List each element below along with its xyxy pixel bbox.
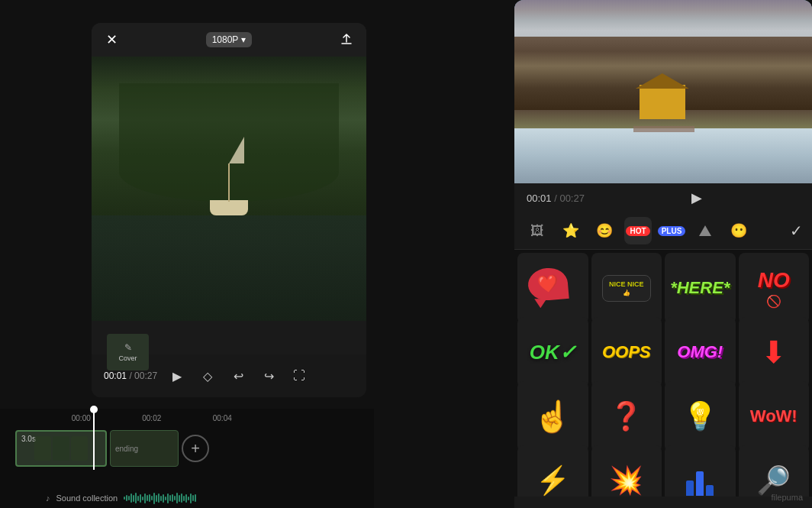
tab-face[interactable]: 😶: [725, 217, 752, 244]
resolution-selector[interactable]: 1080P ▾: [206, 32, 253, 47]
sticker-wow[interactable]: WoW!: [739, 381, 810, 452]
explosion-emoji: 💥: [609, 464, 643, 497]
filepuma-watermark: filepuma: [771, 493, 803, 502]
upload-button[interactable]: [336, 29, 357, 50]
sticker-no[interactable]: NO 🚫: [739, 253, 810, 324]
tab-plus[interactable]: PLUS: [658, 217, 685, 244]
omg-text: OMG!: [677, 342, 723, 362]
cover-label: Cover: [118, 354, 137, 362]
yellow-house: [640, 85, 685, 119]
preview-image: [514, 0, 812, 183]
sticker-lightning[interactable]: ⚡: [517, 445, 588, 497]
current-time: 00:01: [104, 370, 127, 381]
fullscreen-button[interactable]: ⛶: [288, 365, 310, 387]
waveform: [124, 492, 328, 504]
dock: [633, 126, 694, 132]
sticker-toolbar: 🖼 ⭐ 😊 HOT PLUS 😶 ✓: [514, 212, 812, 250]
sticker-omg[interactable]: OMG!: [665, 317, 736, 388]
right-panel: 00:01 / 00:27 ▶ 🖼 ⭐ 😊 HOT PLUS 😶 ✓ ❤️: [514, 0, 812, 508]
close-button[interactable]: ✕: [101, 29, 122, 50]
triangle-icon: [699, 225, 711, 236]
sticker-ok[interactable]: OK✓: [517, 317, 588, 388]
sticker-bar-chart[interactable]: [665, 445, 736, 497]
tab-image[interactable]: 🖼: [524, 217, 551, 244]
preview-total-time: 00:27: [559, 193, 585, 204]
magnifier-emoji: 🔍: [756, 464, 791, 497]
sticker-explosion[interactable]: 💥: [591, 445, 662, 497]
ruler-mark-0: 00:00: [46, 414, 117, 422]
sticker-arrow-down[interactable]: ⬇: [739, 317, 810, 388]
music-icon: ♪: [46, 493, 50, 503]
ok-text: OK✓: [530, 341, 576, 364]
redo-button[interactable]: ↪: [258, 365, 279, 387]
plus-badge: PLUS: [658, 226, 686, 236]
arrow-down-symbol: ⬇: [761, 335, 787, 370]
hot-badge: HOT: [626, 226, 649, 236]
preview-playback-bar: 00:01 / 00:27 ▶: [514, 183, 812, 212]
tab-hot[interactable]: HOT: [624, 217, 652, 244]
no-emoji: 🚫: [766, 294, 781, 309]
cover-thumbnail[interactable]: ✎ Cover: [107, 334, 149, 370]
sound-collection-label: Sound collection: [56, 493, 118, 503]
ruler-mark-1: 00:02: [117, 414, 188, 422]
sticker-finger-up[interactable]: ☝️: [517, 381, 588, 452]
mountain-background: [514, 0, 812, 183]
play-button[interactable]: ▶: [166, 365, 188, 387]
dropdown-arrow-icon: ▾: [241, 34, 246, 45]
timeline-ruler: 00:00 00:02 00:04: [0, 409, 374, 427]
sticker-magnifier[interactable]: 🔍: [739, 445, 810, 497]
ruler-mark-2: 00:04: [187, 414, 258, 422]
sticker-grid: ❤️ NICE NICE 👍 *HERE* NO 🚫 OK✓ OOPS: [514, 250, 812, 497]
preview-time-display: 00:01 / 00:27: [527, 193, 585, 204]
timeline-track: ✎ Cover 3.0s ending +: [15, 427, 359, 470]
sailboat: [210, 200, 248, 215]
total-time: 00:27: [134, 370, 157, 381]
lightning-emoji: ⚡: [536, 464, 570, 497]
resolution-value: 1080P: [212, 34, 239, 45]
ending-label: ending: [115, 445, 138, 453]
snow-water: [514, 128, 812, 183]
sticker-oops[interactable]: OOPS: [591, 317, 662, 388]
ending-clip[interactable]: ending: [110, 430, 179, 467]
water-reflection: [92, 215, 366, 321]
sound-collection-bar[interactable]: ♪ Sound collection: [0, 488, 374, 508]
oops-text: OOPS: [602, 342, 651, 362]
no-text: NO: [758, 268, 790, 293]
here-text: *HERE*: [670, 278, 730, 298]
question-emoji: ❓: [609, 400, 643, 432]
editor-toolbar: ✕ 1080P ▾: [92, 23, 366, 57]
preview-current-time: 00:01: [527, 193, 552, 204]
confirm-button[interactable]: ✓: [790, 222, 803, 240]
left-panel: ✕ 1080P ▾ 00:01: [0, 0, 374, 508]
sticker-lightbulb[interactable]: 💡: [665, 381, 736, 452]
sticker-heart-chat[interactable]: ❤️: [517, 253, 588, 324]
wow-text: WoW!: [750, 406, 798, 426]
undo-button[interactable]: ↩: [227, 365, 249, 387]
finger-emoji: ☝️: [533, 399, 572, 435]
timeline-area: 00:00 00:02 00:04 ✎ Cover 3.0s: [0, 409, 374, 508]
tab-triangle[interactable]: [691, 217, 719, 244]
preview-play-button[interactable]: ▶: [691, 189, 702, 206]
sticker-question[interactable]: ❓: [591, 381, 662, 452]
add-clip-button[interactable]: +: [182, 435, 209, 462]
lightbulb-emoji: 💡: [683, 400, 717, 432]
sticker-nice-nice[interactable]: NICE NICE 👍: [591, 253, 662, 324]
forest-background: [92, 57, 366, 321]
sticker-here[interactable]: *HERE*: [665, 253, 736, 324]
diamond-tool-button[interactable]: ◇: [197, 365, 218, 387]
playhead[interactable]: [93, 409, 95, 470]
watermark-text: filepuma: [771, 493, 803, 502]
bar-chart-visual: [686, 465, 714, 496]
edit-icon: ✎: [124, 342, 132, 353]
tab-favorites[interactable]: ⭐: [557, 217, 585, 244]
time-display: 00:01 / 00:27: [104, 370, 157, 381]
tab-emoji[interactable]: 😊: [591, 217, 618, 244]
video-preview: [92, 57, 366, 321]
